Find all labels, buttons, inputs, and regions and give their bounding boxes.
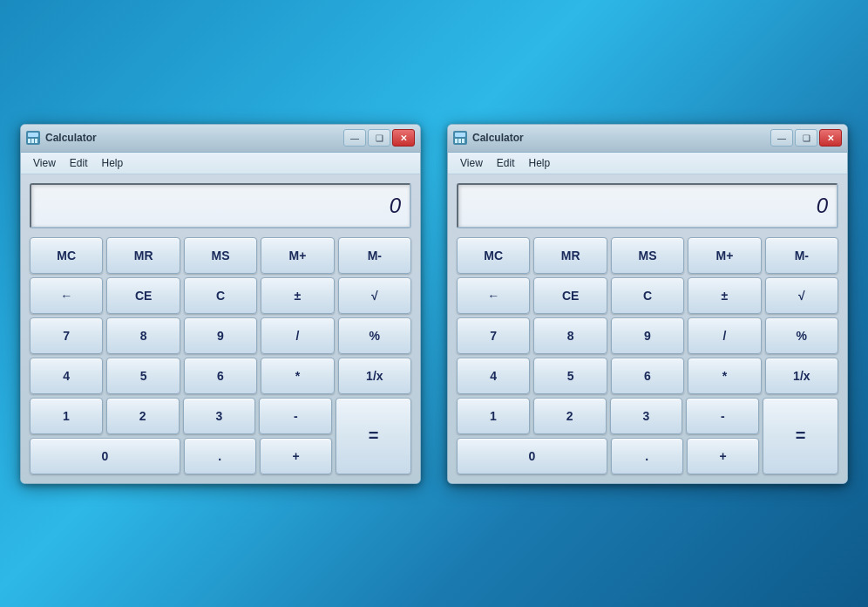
btn-minus-1[interactable]: - xyxy=(259,398,332,434)
last-rows-2: 1 2 3 - 0 . + = xyxy=(457,398,838,474)
num-row2-1: 4 5 6 * 1/x xyxy=(30,358,411,394)
menu-help-1[interactable]: Help xyxy=(94,155,130,171)
menu-view-2[interactable]: View xyxy=(453,155,490,171)
menu-help-2[interactable]: Help xyxy=(521,155,557,171)
title-controls-1: — ❑ ✕ xyxy=(343,129,415,147)
btn-7-2[interactable]: 7 xyxy=(457,317,530,354)
button-grid-2: MC MR MS M+ M- ← CE C ± √ 7 8 9 / % xyxy=(457,237,838,474)
op-row-1: ← CE C ± √ xyxy=(30,277,411,314)
btn-mul-1[interactable]: * xyxy=(261,358,334,394)
menu-edit-2[interactable]: Edit xyxy=(490,155,522,171)
last-rows-right-1: = xyxy=(336,398,411,474)
btn-mul-2[interactable]: * xyxy=(688,358,761,394)
btn-div-1[interactable]: / xyxy=(261,317,334,354)
calculator-window-2: Calculator — ❑ ✕ View Edit Help 0 MC MR … xyxy=(447,124,848,484)
btn-c-1[interactable]: C xyxy=(184,277,257,314)
last-rows-1: 1 2 3 - 0 . + = xyxy=(30,398,411,474)
btn-equals-2[interactable]: = xyxy=(763,398,838,474)
btn-4-1[interactable]: 4 xyxy=(30,358,103,394)
btn-mr-1[interactable]: MR xyxy=(106,237,180,274)
btn-ce-1[interactable]: CE xyxy=(106,277,180,314)
btn-2-2[interactable]: 2 xyxy=(533,398,607,434)
btn-sign-1[interactable]: ± xyxy=(261,277,334,314)
btn-back-2[interactable]: ← xyxy=(457,277,530,314)
btn-div-2[interactable]: / xyxy=(688,317,761,354)
btn-pct-2[interactable]: % xyxy=(765,317,838,354)
btn-back-1[interactable]: ← xyxy=(30,277,103,314)
last-rows-left-1: 1 2 3 - 0 . + xyxy=(30,398,332,474)
btn-minus-2[interactable]: - xyxy=(686,398,759,434)
minimize-button-2[interactable]: — xyxy=(770,129,793,147)
app-icon-2 xyxy=(453,131,467,145)
btn-2-1[interactable]: 2 xyxy=(106,398,180,434)
restore-button-1[interactable]: ❑ xyxy=(368,129,390,147)
btn-ms-2[interactable]: MS xyxy=(611,237,684,274)
btn-3-1[interactable]: 3 xyxy=(183,398,256,434)
btn-5-1[interactable]: 5 xyxy=(106,358,180,394)
btn-sqrt-2[interactable]: √ xyxy=(765,277,838,314)
btn-9-1[interactable]: 9 xyxy=(184,317,257,354)
btn-8-1[interactable]: 8 xyxy=(106,317,180,354)
btn-ms-1[interactable]: MS xyxy=(184,237,257,274)
btn-1-2[interactable]: 1 xyxy=(457,398,530,434)
title-bar-1: Calculator — ❑ ✕ xyxy=(21,125,420,153)
bottom-row-2: 0 . + xyxy=(457,438,759,474)
btn-dot-2[interactable]: . xyxy=(611,438,683,474)
memory-row-1: MC MR MS M+ M- xyxy=(30,237,411,274)
restore-button-2[interactable]: ❑ xyxy=(795,129,817,147)
op-row-2: ← CE C ± √ xyxy=(457,277,838,314)
minimize-button-1[interactable]: — xyxy=(343,129,366,147)
btn-inv-1[interactable]: 1/x xyxy=(338,358,411,394)
btn-1-1[interactable]: 1 xyxy=(30,398,103,434)
calc-body-2: 0 MC MR MS M+ M- ← CE C ± √ 7 8 9 / xyxy=(448,174,847,483)
num-row2-2: 4 5 6 * 1/x xyxy=(457,358,838,394)
btn-mminus-2[interactable]: M- xyxy=(765,237,838,274)
num-row1-2: 7 8 9 / % xyxy=(457,317,838,354)
btn-c-2[interactable]: C xyxy=(611,277,684,314)
display-2: 0 xyxy=(457,183,838,228)
btn-9-2[interactable]: 9 xyxy=(611,317,684,354)
btn-inv-2[interactable]: 1/x xyxy=(765,358,838,394)
num-row3-1: 1 2 3 - xyxy=(30,398,332,434)
btn-mc-1[interactable]: MC xyxy=(30,237,103,274)
btn-equals-1[interactable]: = xyxy=(336,398,411,474)
num-row3-2: 1 2 3 - xyxy=(457,398,759,434)
btn-pct-1[interactable]: % xyxy=(338,317,411,354)
btn-sign-2[interactable]: ± xyxy=(688,277,761,314)
btn-0-2[interactable]: 0 xyxy=(457,438,607,474)
btn-ce-2[interactable]: CE xyxy=(533,277,607,314)
btn-4-2[interactable]: 4 xyxy=(457,358,530,394)
display-value-1: 0 xyxy=(390,194,401,218)
title-controls-2: — ❑ ✕ xyxy=(770,129,842,147)
close-button-1[interactable]: ✕ xyxy=(392,129,415,147)
num-row1-1: 7 8 9 / % xyxy=(30,317,411,354)
btn-5-2[interactable]: 5 xyxy=(533,358,607,394)
btn-sqrt-1[interactable]: √ xyxy=(338,277,411,314)
btn-mplus-1[interactable]: M+ xyxy=(261,237,334,274)
title-bar-2: Calculator — ❑ ✕ xyxy=(448,125,847,153)
btn-8-2[interactable]: 8 xyxy=(533,317,607,354)
btn-plus-1[interactable]: + xyxy=(260,438,332,474)
menu-edit-1[interactable]: Edit xyxy=(63,155,95,171)
btn-mminus-1[interactable]: M- xyxy=(338,237,411,274)
last-rows-left-2: 1 2 3 - 0 . + xyxy=(457,398,759,474)
btn-plus-2[interactable]: + xyxy=(687,438,759,474)
display-1: 0 xyxy=(30,183,411,228)
btn-0-1[interactable]: 0 xyxy=(30,438,180,474)
menu-bar-1: View Edit Help xyxy=(21,153,420,174)
menu-bar-2: View Edit Help xyxy=(448,153,847,174)
btn-dot-1[interactable]: . xyxy=(184,438,256,474)
btn-6-2[interactable]: 6 xyxy=(611,358,684,394)
button-grid-1: MC MR MS M+ M- ← CE C ± √ 7 8 9 / % xyxy=(30,237,411,474)
btn-mr-2[interactable]: MR xyxy=(533,237,607,274)
btn-mc-2[interactable]: MC xyxy=(457,237,530,274)
bottom-row-1: 0 . + xyxy=(30,438,332,474)
app-icon-1 xyxy=(26,131,40,145)
btn-3-2[interactable]: 3 xyxy=(610,398,683,434)
btn-7-1[interactable]: 7 xyxy=(30,317,103,354)
btn-mplus-2[interactable]: M+ xyxy=(688,237,761,274)
btn-6-1[interactable]: 6 xyxy=(184,358,257,394)
close-button-2[interactable]: ✕ xyxy=(819,129,842,147)
last-rows-right-2: = xyxy=(763,398,838,474)
menu-view-1[interactable]: View xyxy=(26,155,63,171)
